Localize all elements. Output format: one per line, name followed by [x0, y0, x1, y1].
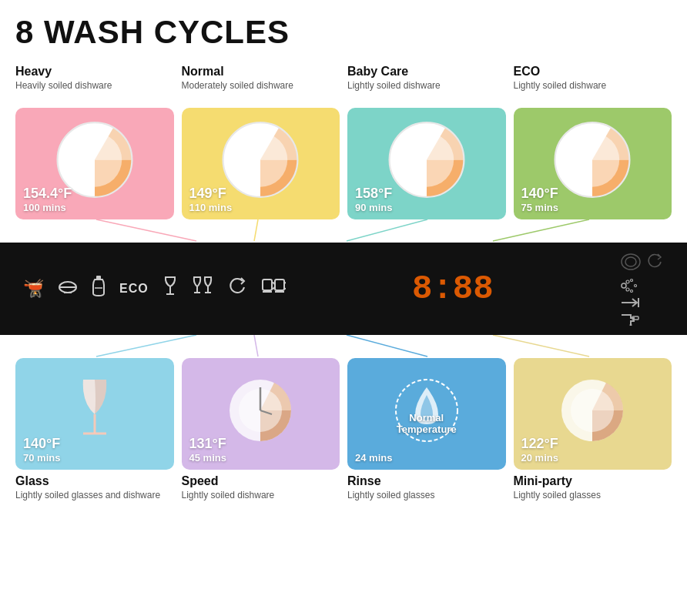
- cycle-normal-box: 149°F 110 mins: [182, 108, 340, 219]
- svg-point-56: [571, 389, 614, 432]
- cycle-baby-care-box: 158°F 90 mins: [347, 108, 506, 219]
- cycle-normal-temp: 149°F: [189, 186, 233, 202]
- cycle-rinse-box: NormalTemperature 24 mins: [347, 358, 506, 470]
- bottom-cycles-row: 140°F 70 mins Glass Lightly soiled glass…: [15, 358, 672, 517]
- panel-icons-left: 🫕 ECO: [23, 276, 286, 302]
- svg-point-38: [634, 284, 636, 286]
- cycle-heavy-desc: Heavily soiled dishware: [15, 80, 174, 103]
- svg-line-14: [347, 219, 427, 241]
- pot-icon[interactable]: 🫕: [23, 279, 44, 299]
- cycle-glass-time: 70 mins: [23, 452, 60, 464]
- cycle-rinse-desc: Lightly soiled glasses: [347, 490, 506, 513]
- cycle-speed-temp: 131°F: [189, 437, 226, 452]
- cycle-rinse-label: Rinse: [347, 474, 506, 488]
- connectors-bottom: [15, 335, 672, 358]
- panel-sub-icons: [620, 253, 664, 273]
- cycle-rinse-info: 24 mins: [355, 452, 392, 464]
- cycle-baby-care-info: 158°F 90 mins: [355, 186, 392, 213]
- panel-sub-right: [620, 253, 664, 326]
- cycle-heavy-temp: 154.4°F: [23, 186, 72, 202]
- cycle-normal: Normal Moderately soiled dishware 149°F …: [182, 65, 340, 219]
- svg-rect-29: [275, 280, 284, 290]
- svg-line-45: [347, 335, 427, 357]
- cycle-heavy-info: 154.4°F 100 mins: [23, 186, 72, 213]
- cycle-eco-time: 75 mins: [521, 202, 558, 213]
- display-text: 8:88: [412, 270, 494, 308]
- svg-point-41: [629, 323, 632, 326]
- svg-point-35: [630, 279, 632, 281]
- cycle-rinse: NormalTemperature 24 mins Rinse Lightly …: [347, 358, 506, 517]
- cycle-speed: 131°F 45 mins Speed Lightly soiled dishw…: [182, 358, 340, 517]
- arrow-right-icon: [620, 296, 643, 309]
- cycle-rinse-center-text: NormalTemperature: [397, 411, 457, 435]
- control-panel: 🫕 ECO: [0, 243, 687, 335]
- svg-point-36: [626, 288, 629, 291]
- cycle-normal-time: 110 mins: [189, 202, 233, 213]
- cycle-speed-label: Speed: [182, 474, 340, 488]
- mugs-icon[interactable]: [261, 276, 286, 301]
- svg-rect-27: [263, 280, 272, 290]
- cycle-normal-info: 149°F 110 mins: [189, 186, 233, 213]
- cycle-normal-desc: Moderately soiled dishware: [182, 80, 340, 103]
- cycle-heavy-time: 100 mins: [23, 202, 72, 213]
- svg-line-46: [493, 335, 589, 357]
- cycle-eco-info: 140°F 75 mins: [521, 186, 558, 213]
- svg-point-10: [565, 132, 619, 186]
- svg-line-43: [96, 335, 196, 357]
- svg-point-34: [626, 280, 629, 283]
- cycle-speed-desc: Lightly soiled dishware: [182, 490, 340, 513]
- svg-point-37: [630, 290, 632, 292]
- cycle-heavy: Heavy Heavily soiled dishware 154.4°F 10…: [15, 65, 174, 219]
- svg-point-32: [625, 257, 636, 266]
- panel-display: 8:88: [412, 270, 494, 308]
- cycle-eco-label: ECO: [514, 65, 672, 79]
- cycle-eco-box: 140°F 75 mins: [514, 108, 672, 219]
- cycle-mini-party-box: 122°F 20 mins: [514, 358, 672, 470]
- two-glasses-icon[interactable]: [192, 276, 213, 302]
- eco-text[interactable]: ECO: [119, 282, 149, 296]
- cycle-mini-party: 122°F 20 mins Mini-party Lightly soiled …: [514, 358, 672, 517]
- connectors-top: [15, 219, 672, 243]
- cycle-rinse-time: 24 mins: [355, 452, 392, 464]
- cycle-normal-label: Normal: [182, 65, 340, 79]
- cycle-speed-box: 131°F 45 mins: [182, 358, 340, 470]
- cycle-mini-party-temp: 122°F: [521, 437, 558, 452]
- cycle-baby-care-label: Baby Care: [347, 65, 506, 79]
- cycle-baby-care-desc: Lightly soiled dishware: [347, 80, 506, 103]
- cycle-glass-box: 140°F 70 mins: [15, 358, 174, 470]
- cycle-baby-care-temp: 158°F: [355, 186, 392, 202]
- cycle-eco-desc: Lightly soiled dishware: [514, 80, 672, 103]
- svg-point-31: [622, 254, 640, 270]
- cycle-speed-info: 131°F 45 mins: [189, 437, 226, 464]
- cycle-mini-party-desc: Lightly soiled glasses: [514, 490, 672, 513]
- svg-point-1: [68, 132, 122, 186]
- cycle-speed-time: 45 mins: [189, 452, 226, 464]
- cycle-glass-desc: Lightly soiled glasses and dishware: [15, 490, 174, 513]
- cycle-glass: 140°F 70 mins Glass Lightly soiled glass…: [15, 358, 174, 517]
- cycle-mini-party-info: 122°F 20 mins: [521, 437, 558, 464]
- wineglass-icon[interactable]: [163, 276, 178, 302]
- bowl-icon[interactable]: [58, 278, 78, 300]
- page-wrapper: 8 WASH CYCLES Heavy Heavily soiled dishw…: [0, 0, 687, 616]
- top-cycles-row: Heavy Heavily soiled dishware 154.4°F 10…: [15, 65, 672, 219]
- svg-point-7: [400, 132, 454, 186]
- svg-line-12: [96, 219, 196, 241]
- bottle-icon[interactable]: [92, 276, 106, 302]
- svg-point-33: [622, 283, 626, 288]
- cycle-glass-temp: 140°F: [23, 437, 60, 452]
- cycle-baby-care: Baby Care Lightly soiled dishware 158°F …: [347, 65, 506, 219]
- svg-point-4: [233, 132, 287, 186]
- svg-line-13: [254, 219, 258, 241]
- small-cycle-icon: [645, 253, 664, 273]
- cycle-mini-party-label: Mini-party: [514, 474, 672, 488]
- cycle-eco: ECO Lightly soiled dishware 140°F 75 min…: [514, 65, 672, 219]
- cycle-eco-temp: 140°F: [521, 186, 558, 202]
- cycle-baby-care-time: 90 mins: [355, 202, 392, 213]
- svg-line-15: [493, 219, 589, 241]
- cycle-glass-info: 140°F 70 mins: [23, 437, 60, 464]
- panel-right-icons-col: [620, 278, 664, 326]
- cycle-icon[interactable]: [227, 276, 247, 301]
- cycle-mini-party-time: 20 mins: [521, 452, 558, 464]
- svg-line-44: [254, 335, 258, 357]
- main-title: 8 WASH CYCLES: [15, 14, 672, 51]
